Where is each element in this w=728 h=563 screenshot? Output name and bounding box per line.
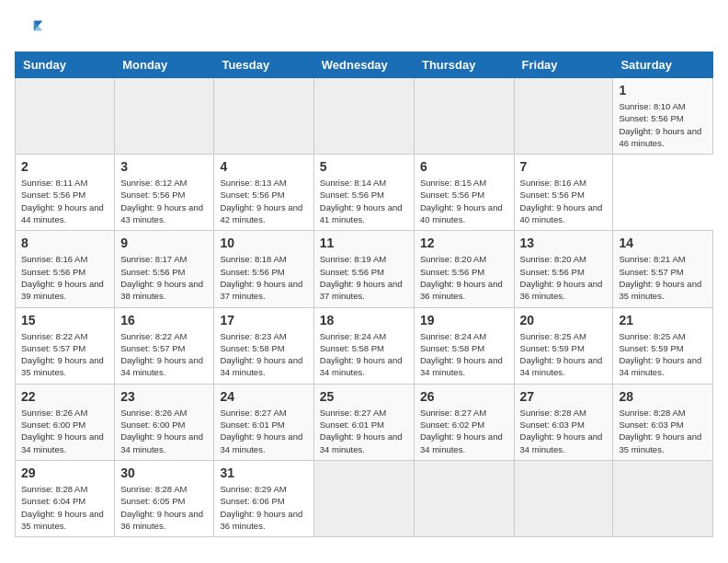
day-number: 17 (220, 313, 307, 327)
week-row: 2 Sunrise: 8:11 AMSunset: 5:56 PMDayligh… (16, 155, 713, 231)
day-info: Sunrise: 8:14 AMSunset: 5:56 PMDaylight:… (320, 178, 403, 224)
logo (15, 15, 48, 44)
calendar-cell: 28 Sunrise: 8:28 AMSunset: 6:03 PMDaylig… (613, 384, 713, 460)
day-number: 19 (420, 313, 508, 327)
day-number: 5 (320, 159, 408, 174)
calendar-cell: 22 Sunrise: 8:26 AMSunset: 6:00 PMDaylig… (16, 384, 115, 460)
day-number: 25 (320, 389, 408, 404)
calendar-cell (414, 78, 514, 155)
day-info: Sunrise: 8:17 AMSunset: 5:56 PMDaylight:… (120, 254, 203, 301)
day-number: 24 (220, 389, 307, 404)
calendar-cell: 1 Sunrise: 8:10 AMSunset: 5:56 PMDayligh… (613, 78, 713, 155)
calendar-cell: 7 Sunrise: 8:16 AMSunset: 5:56 PMDayligh… (514, 155, 613, 231)
day-number: 26 (420, 389, 508, 404)
day-number: 15 (21, 313, 108, 327)
calendar-cell: 5 Sunrise: 8:14 AMSunset: 5:56 PMDayligh… (313, 155, 414, 231)
day-info: Sunrise: 8:12 AMSunset: 5:56 PMDaylight:… (120, 178, 203, 224)
calendar-table: SundayMondayTuesdayWednesdayThursdayFrid… (15, 52, 713, 537)
calendar-cell: 18 Sunrise: 8:24 AMSunset: 5:58 PMDaylig… (313, 307, 414, 384)
calendar-cell: 17 Sunrise: 8:23 AMSunset: 5:58 PMDaylig… (214, 307, 313, 384)
day-number: 22 (21, 389, 108, 404)
col-header-saturday: Saturday (613, 52, 713, 78)
header-row: SundayMondayTuesdayWednesdayThursdayFrid… (16, 52, 713, 78)
day-info: Sunrise: 8:25 AMSunset: 5:59 PMDaylight:… (619, 331, 701, 378)
day-number: 4 (220, 159, 307, 174)
col-header-friday: Friday (514, 52, 613, 78)
day-info: Sunrise: 8:22 AMSunset: 5:57 PMDaylight:… (21, 331, 104, 378)
calendar-cell: 6 Sunrise: 8:15 AMSunset: 5:56 PMDayligh… (414, 155, 514, 231)
day-number: 31 (220, 465, 307, 480)
day-number: 23 (120, 389, 208, 404)
calendar-cell: 4 Sunrise: 8:13 AMSunset: 5:56 PMDayligh… (214, 155, 313, 231)
day-number: 8 (21, 236, 108, 250)
day-number: 20 (520, 313, 608, 327)
day-number: 28 (619, 389, 707, 404)
calendar-cell (414, 460, 514, 536)
day-number: 21 (619, 313, 707, 327)
day-info: Sunrise: 8:24 AMSunset: 5:58 PMDaylight:… (420, 331, 503, 378)
day-info: Sunrise: 8:26 AMSunset: 6:00 PMDaylight:… (120, 408, 203, 454)
calendar-cell (313, 460, 414, 536)
day-number: 16 (120, 313, 208, 327)
day-info: Sunrise: 8:16 AMSunset: 5:56 PMDaylight:… (21, 254, 104, 301)
day-info: Sunrise: 8:28 AMSunset: 6:03 PMDaylight:… (619, 408, 701, 454)
day-info: Sunrise: 8:27 AMSunset: 6:01 PMDaylight:… (320, 408, 403, 454)
calendar-cell (115, 78, 214, 155)
day-info: Sunrise: 8:21 AMSunset: 5:57 PMDaylight:… (619, 254, 701, 301)
calendar-cell: 11 Sunrise: 8:19 AMSunset: 5:56 PMDaylig… (313, 231, 414, 307)
day-number: 2 (21, 159, 108, 174)
day-number: 29 (21, 465, 108, 480)
week-row: 8 Sunrise: 8:16 AMSunset: 5:56 PMDayligh… (16, 231, 713, 307)
calendar-cell: 27 Sunrise: 8:28 AMSunset: 6:03 PMDaylig… (514, 384, 613, 460)
calendar-cell: 15 Sunrise: 8:22 AMSunset: 5:57 PMDaylig… (16, 307, 115, 384)
week-row: 22 Sunrise: 8:26 AMSunset: 6:00 PMDaylig… (16, 384, 713, 460)
week-row: 1 Sunrise: 8:10 AMSunset: 5:56 PMDayligh… (16, 78, 713, 155)
calendar-cell: 14 Sunrise: 8:21 AMSunset: 5:57 PMDaylig… (613, 231, 713, 307)
calendar-cell (16, 78, 115, 155)
calendar-cell: 29 Sunrise: 8:28 AMSunset: 6:04 PMDaylig… (16, 460, 115, 536)
day-info: Sunrise: 8:22 AMSunset: 5:57 PMDaylight:… (120, 331, 203, 378)
calendar-cell: 9 Sunrise: 8:17 AMSunset: 5:56 PMDayligh… (115, 231, 214, 307)
day-info: Sunrise: 8:29 AMSunset: 6:06 PMDaylight:… (220, 484, 302, 531)
day-number: 7 (520, 159, 608, 174)
day-info: Sunrise: 8:27 AMSunset: 6:01 PMDaylight:… (220, 408, 302, 454)
day-info: Sunrise: 8:25 AMSunset: 5:59 PMDaylight:… (520, 331, 603, 378)
calendar-cell: 20 Sunrise: 8:25 AMSunset: 5:59 PMDaylig… (514, 307, 613, 384)
calendar-cell: 30 Sunrise: 8:28 AMSunset: 6:05 PMDaylig… (115, 460, 214, 536)
day-info: Sunrise: 8:27 AMSunset: 6:02 PMDaylight:… (420, 408, 503, 454)
day-number: 3 (120, 159, 208, 174)
calendar-cell (313, 78, 414, 155)
day-info: Sunrise: 8:23 AMSunset: 5:58 PMDaylight:… (220, 331, 302, 378)
week-row: 29 Sunrise: 8:28 AMSunset: 6:04 PMDaylig… (16, 460, 713, 536)
calendar-cell: 31 Sunrise: 8:29 AMSunset: 6:06 PMDaylig… (214, 460, 313, 536)
day-number: 1 (619, 83, 707, 98)
day-info: Sunrise: 8:28 AMSunset: 6:04 PMDaylight:… (21, 484, 104, 531)
day-number: 11 (320, 236, 408, 250)
day-number: 30 (120, 465, 208, 480)
calendar-cell: 2 Sunrise: 8:11 AMSunset: 5:56 PMDayligh… (16, 155, 115, 231)
calendar-cell: 19 Sunrise: 8:24 AMSunset: 5:58 PMDaylig… (414, 307, 514, 384)
day-info: Sunrise: 8:10 AMSunset: 5:56 PMDaylight:… (619, 101, 701, 148)
day-info: Sunrise: 8:28 AMSunset: 6:03 PMDaylight:… (520, 408, 603, 454)
calendar-cell: 24 Sunrise: 8:27 AMSunset: 6:01 PMDaylig… (214, 384, 313, 460)
calendar-cell: 12 Sunrise: 8:20 AMSunset: 5:56 PMDaylig… (414, 231, 514, 307)
week-row: 15 Sunrise: 8:22 AMSunset: 5:57 PMDaylig… (16, 307, 713, 384)
calendar-cell: 8 Sunrise: 8:16 AMSunset: 5:56 PMDayligh… (16, 231, 115, 307)
calendar-cell (214, 78, 313, 155)
day-number: 9 (120, 236, 208, 250)
day-info: Sunrise: 8:26 AMSunset: 6:00 PMDaylight:… (21, 408, 104, 454)
col-header-monday: Monday (115, 52, 214, 78)
logo-icon (15, 15, 44, 44)
calendar-cell: 23 Sunrise: 8:26 AMSunset: 6:00 PMDaylig… (115, 384, 214, 460)
calendar-cell: 3 Sunrise: 8:12 AMSunset: 5:56 PMDayligh… (115, 155, 214, 231)
calendar-cell (613, 460, 713, 536)
calendar-cell: 16 Sunrise: 8:22 AMSunset: 5:57 PMDaylig… (115, 307, 214, 384)
calendar-cell: 21 Sunrise: 8:25 AMSunset: 5:59 PMDaylig… (613, 307, 713, 384)
col-header-sunday: Sunday (16, 52, 115, 78)
day-info: Sunrise: 8:18 AMSunset: 5:56 PMDaylight:… (220, 254, 302, 301)
day-info: Sunrise: 8:15 AMSunset: 5:56 PMDaylight:… (420, 178, 503, 224)
day-number: 6 (420, 159, 508, 174)
day-info: Sunrise: 8:13 AMSunset: 5:56 PMDaylight:… (220, 178, 302, 224)
day-info: Sunrise: 8:20 AMSunset: 5:56 PMDaylight:… (520, 254, 603, 301)
col-header-tuesday: Tuesday (214, 52, 313, 78)
